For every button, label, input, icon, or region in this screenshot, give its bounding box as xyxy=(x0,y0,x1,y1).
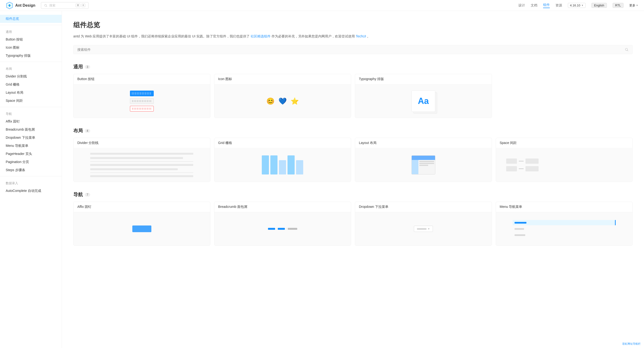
layout-line-3 xyxy=(419,165,428,166)
card-menu[interactable]: Menu 导航菜单 xyxy=(496,202,633,246)
sidebar-item-space[interactable]: Space 间距 xyxy=(0,97,62,105)
nav-docs[interactable]: 文档 xyxy=(531,3,538,8)
version-selector[interactable]: 4.16.10 ▼ xyxy=(568,3,586,8)
card-breadcrumb[interactable]: Breadcrumb 面包屑 / / xyxy=(214,202,351,246)
card-layout[interactable]: Layout 布局 xyxy=(355,138,492,182)
section-nav-header: 导航 7 xyxy=(73,191,632,198)
card-affix[interactable]: Affix 固钉 xyxy=(73,202,210,246)
card-divider-label: Divider 分割线 xyxy=(74,138,210,148)
sidebar: 组件总览 通用 Button 按钮 Icon 图标 Typography 排版 … xyxy=(0,11,62,265)
card-typography[interactable]: Typography 排版 Aa xyxy=(355,74,492,118)
sidebar-item-affix[interactable]: Affix 固钉 xyxy=(0,117,62,126)
keyboard-hint: ⌘ K xyxy=(76,4,86,7)
card-dropdown-preview: ▼ xyxy=(355,212,492,246)
section-layout-header: 布局 4 xyxy=(73,127,632,134)
sidebar-item-autocomplete[interactable]: AutoComplete 自动完成 xyxy=(0,187,62,195)
sidebar-item-menu[interactable]: Menu 导航菜单 xyxy=(0,142,62,150)
card-breadcrumb-label: Breadcrumb 面包屑 xyxy=(214,202,351,212)
btn-primary-demo xyxy=(130,91,154,96)
layout-header-demo xyxy=(412,156,435,160)
space-box-3 xyxy=(506,166,517,171)
layout-sider-demo xyxy=(412,160,418,175)
bc-item-3 xyxy=(288,228,297,230)
component-search-bar[interactable] xyxy=(73,45,632,54)
star-icon: ⭐ xyxy=(290,97,299,105)
card-dropdown[interactable]: Dropdown 下拉菜单 ▼ xyxy=(355,202,492,246)
header: Ant Design 搜索 ⌘ K 设计 文档 组件 资源 4.16.10 ▼ … xyxy=(0,0,644,11)
card-space[interactable]: Space 间距 xyxy=(496,138,633,182)
sidebar-divider-2 xyxy=(0,62,62,62)
card-space-label: Space 间距 xyxy=(496,138,632,148)
component-search-icon xyxy=(625,48,628,52)
language-button[interactable]: English xyxy=(592,3,607,8)
divider-line-2 xyxy=(90,172,193,173)
card-icon[interactable]: Icon 图标 😊 💙 ⭐ xyxy=(214,74,351,118)
card-grid-label: Grid 栅格 xyxy=(214,138,351,148)
card-layout-label: Layout 布局 xyxy=(355,138,492,148)
menu-demo xyxy=(513,220,616,238)
sidebar-item-breadcrumb[interactable]: Breadcrumb 面包屑 xyxy=(0,126,62,134)
sidebar-item-pagination[interactable]: Pagination 分页 xyxy=(0,158,62,166)
section-layout-title: 布局 xyxy=(73,127,83,134)
sidebar-item-layout[interactable]: Layout 布局 xyxy=(0,89,62,97)
card-button[interactable]: Button 按钮 xyxy=(73,74,210,118)
rtl-button[interactable]: RTL xyxy=(612,3,624,8)
sidebar-item-overview[interactable]: 组件总览 xyxy=(0,15,62,23)
page-description: antd 为 Web 应用提供了丰富的基础 UI 组件，我们还将持续探索企业应用… xyxy=(73,33,632,39)
header-search[interactable]: 搜索 ⌘ K xyxy=(41,2,88,9)
space-demo xyxy=(506,158,622,171)
card-affix-label: Affix 固钉 xyxy=(74,202,210,212)
breadcrumb-demo: / / xyxy=(268,227,297,231)
card-dropdown-label: Dropdown 下拉菜单 xyxy=(355,202,492,212)
typography-demo: Aa xyxy=(412,90,435,112)
card-divider-preview xyxy=(74,148,210,182)
page-title: 组件总览 xyxy=(73,21,632,30)
nav-cards-grid: Affix 固钉 Breadcrumb 面包屑 / xyxy=(73,202,632,246)
link-techui[interactable]: TechUI xyxy=(356,34,366,38)
bc-sep-1: / xyxy=(276,227,277,231)
ant-design-logo-icon xyxy=(6,2,13,9)
link-community[interactable]: 社区精选组件 xyxy=(250,34,270,38)
desc-suffix: 。 xyxy=(367,34,370,38)
main-content: 组件总览 antd 为 Web 应用提供了丰富的基础 UI 组件，我们还将持续探… xyxy=(62,11,644,265)
card-grid[interactable]: Grid 栅格 xyxy=(214,138,351,182)
bc-item-2 xyxy=(278,228,285,230)
grid-col-5 xyxy=(296,160,303,175)
logo[interactable]: Ant Design xyxy=(6,2,35,9)
icon-demo: 😊 💙 ⭐ xyxy=(266,97,299,105)
menu-item-active xyxy=(513,220,616,225)
more-button[interactable]: 更多 ▼ xyxy=(629,3,638,8)
heart-icon: 💙 xyxy=(278,97,287,105)
grid-col-4 xyxy=(288,155,295,175)
bc-item-1 xyxy=(268,228,275,230)
section-general-count: 3 xyxy=(85,65,90,69)
sidebar-item-divider[interactable]: Divider 分割线 xyxy=(0,72,62,81)
card-icon-preview: 😊 💙 ⭐ xyxy=(214,84,351,118)
sidebar-item-dropdown[interactable]: Dropdown 下拉菜单 xyxy=(0,134,62,142)
affix-demo-btn xyxy=(132,226,151,232)
section-navigation: 导航 7 Affix 固钉 Breadcrumb 面包屑 xyxy=(73,191,632,246)
card-menu-label: Menu 导航菜单 xyxy=(496,202,632,212)
section-general-title: 通用 xyxy=(73,64,83,70)
layout: 组件总览 通用 Button 按钮 Icon 图标 Typography 排版 … xyxy=(0,11,644,265)
layout-line-2 xyxy=(419,163,434,164)
sidebar-item-typography[interactable]: Typography 排版 xyxy=(0,52,62,60)
dropdown-demo: ▼ xyxy=(414,226,433,232)
sidebar-divider-1 xyxy=(0,25,62,25)
card-divider[interactable]: Divider 分割线 xyxy=(73,138,210,182)
sidebar-item-button[interactable]: Button 按钮 xyxy=(0,36,62,44)
nav-resources[interactable]: 资源 xyxy=(556,3,562,8)
card-breadcrumb-preview: / / xyxy=(214,212,351,246)
sidebar-item-icon[interactable]: Icon 图标 xyxy=(0,44,62,52)
nav-components[interactable]: 组件 xyxy=(543,3,550,8)
section-general-header: 通用 3 xyxy=(73,64,632,70)
sidebar-item-grid[interactable]: Grid 栅格 xyxy=(0,81,62,89)
space-box-2 xyxy=(526,158,538,164)
version-chevron-icon: ▼ xyxy=(581,4,584,7)
smiley-icon: 😊 xyxy=(266,97,275,105)
sidebar-item-pageheader[interactable]: PageHeader 页头 xyxy=(0,150,62,158)
component-search-input[interactable] xyxy=(77,48,625,52)
nav-design[interactable]: 设计 xyxy=(518,3,525,8)
more-label: 更多 xyxy=(629,3,636,8)
sidebar-item-steps[interactable]: Steps 步骤条 xyxy=(0,166,62,174)
